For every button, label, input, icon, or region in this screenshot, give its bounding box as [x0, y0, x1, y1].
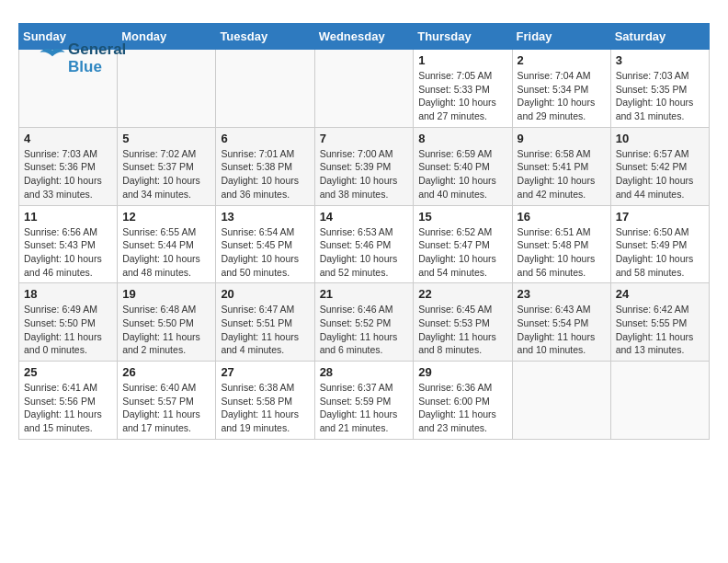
day-number: 15	[418, 210, 506, 224]
calendar-cell: 10Sunrise: 6:57 AMSunset: 5:42 PMDayligh…	[610, 127, 709, 205]
day-info: Sunrise: 7:03 AMSunset: 5:35 PMDaylight:…	[616, 69, 704, 123]
day-number: 20	[221, 287, 309, 301]
day-info: Sunrise: 6:56 AMSunset: 5:43 PMDaylight:…	[24, 225, 112, 280]
day-number: 18	[24, 287, 112, 301]
day-info: Sunrise: 6:52 AMSunset: 5:47 PMDaylight:…	[418, 225, 506, 280]
calendar-cell: 22Sunrise: 6:45 AMSunset: 5:53 PMDayligh…	[414, 283, 512, 362]
day-info: Sunrise: 6:43 AMSunset: 5:54 PMDaylight:…	[518, 303, 606, 357]
calendar-cell: 15Sunrise: 6:52 AMSunset: 5:47 PMDayligh…	[414, 205, 512, 283]
day-number: 26	[122, 365, 210, 379]
day-info: Sunrise: 6:37 AMSunset: 5:59 PMDaylight:…	[320, 381, 409, 435]
calendar-cell: 20Sunrise: 6:47 AMSunset: 5:51 PMDayligh…	[216, 283, 314, 362]
day-number: 14	[320, 210, 409, 224]
calendar-cell: 17Sunrise: 6:50 AMSunset: 5:49 PMDayligh…	[610, 205, 709, 283]
day-info: Sunrise: 7:03 AMSunset: 5:36 PMDaylight:…	[24, 147, 112, 201]
day-info: Sunrise: 7:05 AMSunset: 5:33 PMDaylight:…	[418, 69, 506, 123]
day-number: 11	[24, 210, 112, 224]
calendar-cell: 18Sunrise: 6:49 AMSunset: 5:50 PMDayligh…	[19, 283, 118, 362]
day-number: 4	[24, 132, 112, 145]
day-of-week-tuesday: Tuesday	[216, 24, 314, 50]
day-number: 2	[518, 53, 606, 67]
day-number: 29	[418, 365, 506, 379]
day-number: 1	[418, 53, 506, 67]
calendar-cell: 21Sunrise: 6:46 AMSunset: 5:52 PMDayligh…	[314, 283, 414, 362]
day-info: Sunrise: 6:45 AMSunset: 5:53 PMDaylight:…	[418, 303, 506, 357]
logo: General Blue	[37, 41, 126, 75]
day-of-week-thursday: Thursday	[414, 24, 512, 50]
day-info: Sunrise: 6:57 AMSunset: 5:42 PMDaylight:…	[616, 147, 704, 201]
day-info: Sunrise: 6:36 AMSunset: 6:00 PMDaylight:…	[418, 381, 506, 435]
calendar-cell: 13Sunrise: 6:54 AMSunset: 5:45 PMDayligh…	[216, 205, 314, 283]
day-number: 21	[320, 287, 409, 301]
calendar-cell: 26Sunrise: 6:40 AMSunset: 5:57 PMDayligh…	[118, 362, 216, 440]
day-of-week-wednesday: Wednesday	[314, 24, 414, 50]
calendar-cell: 23Sunrise: 6:43 AMSunset: 5:54 PMDayligh…	[512, 283, 610, 362]
day-info: Sunrise: 6:55 AMSunset: 5:44 PMDaylight:…	[122, 225, 210, 280]
calendar-cell: 12Sunrise: 6:55 AMSunset: 5:44 PMDayligh…	[118, 205, 216, 283]
day-number: 13	[221, 210, 309, 224]
calendar-cell: 7Sunrise: 7:00 AMSunset: 5:39 PMDaylight…	[314, 127, 414, 205]
day-number: 9	[518, 132, 606, 145]
day-number: 27	[221, 365, 309, 379]
day-info: Sunrise: 6:48 AMSunset: 5:50 PMDaylight:…	[122, 303, 210, 357]
calendar-cell: 6Sunrise: 7:01 AMSunset: 5:38 PMDaylight…	[216, 127, 314, 205]
day-number: 3	[616, 53, 704, 67]
day-number: 25	[24, 365, 112, 379]
day-info: Sunrise: 6:42 AMSunset: 5:55 PMDaylight:…	[616, 303, 704, 357]
day-info: Sunrise: 6:59 AMSunset: 5:40 PMDaylight:…	[418, 147, 506, 201]
day-number: 8	[418, 132, 506, 145]
calendar-cell: 25Sunrise: 6:41 AMSunset: 5:56 PMDayligh…	[19, 362, 118, 440]
day-of-week-monday: Monday	[118, 24, 216, 50]
calendar-cell: 29Sunrise: 6:36 AMSunset: 6:00 PMDayligh…	[414, 362, 512, 440]
day-number: 7	[320, 132, 409, 145]
calendar-cell	[610, 362, 709, 440]
day-info: Sunrise: 6:47 AMSunset: 5:51 PMDaylight:…	[221, 303, 309, 357]
day-info: Sunrise: 6:54 AMSunset: 5:45 PMDaylight:…	[221, 225, 309, 280]
calendar-cell: 27Sunrise: 6:38 AMSunset: 5:58 PMDayligh…	[216, 362, 314, 440]
logo-line1: General	[68, 41, 126, 59]
day-of-week-saturday: Saturday	[610, 24, 709, 50]
calendar-table: SundayMondayTuesdayWednesdayThursdayFrid…	[18, 23, 710, 440]
calendar-cell: 16Sunrise: 6:51 AMSunset: 5:48 PMDayligh…	[512, 205, 610, 283]
day-number: 19	[122, 287, 210, 301]
day-info: Sunrise: 6:50 AMSunset: 5:49 PMDaylight:…	[616, 225, 704, 280]
day-number: 23	[518, 287, 606, 301]
calendar-cell: 28Sunrise: 6:37 AMSunset: 5:59 PMDayligh…	[314, 362, 414, 440]
calendar-cell: 19Sunrise: 6:48 AMSunset: 5:50 PMDayligh…	[118, 283, 216, 362]
day-info: Sunrise: 6:38 AMSunset: 5:58 PMDaylight:…	[221, 381, 309, 435]
day-number: 17	[616, 210, 704, 224]
day-number: 6	[221, 132, 309, 145]
day-number: 16	[518, 210, 606, 224]
calendar-cell: 2Sunrise: 7:04 AMSunset: 5:34 PMDaylight…	[512, 50, 610, 128]
day-info: Sunrise: 6:40 AMSunset: 5:57 PMDaylight:…	[122, 381, 210, 435]
day-info: Sunrise: 6:58 AMSunset: 5:41 PMDaylight:…	[518, 147, 606, 201]
day-info: Sunrise: 6:46 AMSunset: 5:52 PMDaylight:…	[320, 303, 409, 357]
day-of-week-friday: Friday	[512, 24, 610, 50]
calendar-cell	[314, 50, 414, 128]
day-number: 10	[616, 132, 704, 145]
day-info: Sunrise: 7:02 AMSunset: 5:37 PMDaylight:…	[122, 147, 210, 201]
calendar-cell: 5Sunrise: 7:02 AMSunset: 5:37 PMDaylight…	[118, 127, 216, 205]
calendar-cell	[118, 50, 216, 128]
day-number: 12	[122, 210, 210, 224]
day-info: Sunrise: 6:41 AMSunset: 5:56 PMDaylight:…	[24, 381, 112, 435]
calendar-cell: 24Sunrise: 6:42 AMSunset: 5:55 PMDayligh…	[610, 283, 709, 362]
calendar-cell	[512, 362, 610, 440]
calendar-cell: 4Sunrise: 7:03 AMSunset: 5:36 PMDaylight…	[19, 127, 118, 205]
calendar-cell: 14Sunrise: 6:53 AMSunset: 5:46 PMDayligh…	[314, 205, 414, 283]
day-number: 28	[320, 365, 409, 379]
calendar-cell: 1Sunrise: 7:05 AMSunset: 5:33 PMDaylight…	[414, 50, 512, 128]
calendar-cell	[216, 50, 314, 128]
calendar-cell: 3Sunrise: 7:03 AMSunset: 5:35 PMDaylight…	[610, 50, 709, 128]
day-info: Sunrise: 7:04 AMSunset: 5:34 PMDaylight:…	[518, 69, 606, 123]
calendar-cell: 11Sunrise: 6:56 AMSunset: 5:43 PMDayligh…	[19, 205, 118, 283]
day-info: Sunrise: 6:53 AMSunset: 5:46 PMDaylight:…	[320, 225, 409, 280]
day-number: 5	[122, 132, 210, 145]
day-number: 24	[616, 287, 704, 301]
day-info: Sunrise: 6:51 AMSunset: 5:48 PMDaylight:…	[518, 225, 606, 280]
calendar-cell: 8Sunrise: 6:59 AMSunset: 5:40 PMDaylight…	[414, 127, 512, 205]
day-info: Sunrise: 7:00 AMSunset: 5:39 PMDaylight:…	[320, 147, 409, 201]
day-number: 22	[418, 287, 506, 301]
day-info: Sunrise: 7:01 AMSunset: 5:38 PMDaylight:…	[221, 147, 309, 201]
logo-line2: Blue	[68, 59, 126, 76]
